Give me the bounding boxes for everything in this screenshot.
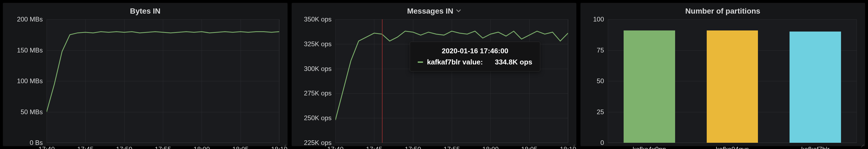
x-axis-tick: 17:40 [327,143,344,149]
x-axis-tick: kafka94qvs [716,143,749,149]
x-axis-tick: 17:55 [155,143,171,149]
y-axis-tick: 75 [597,46,608,54]
panel-partitions[interactable]: Number of partitions 0255075100kafka4x9p… [580,3,865,146]
line-series [335,19,568,143]
y-axis-tick: 275K ops [304,89,335,97]
y-axis-tick: 200 MBs [17,15,46,23]
grid-line [568,19,568,143]
x-axis-tick: 17:45 [366,143,382,149]
y-axis-tick: 350K ops [304,15,335,23]
x-axis-tick: 17:55 [443,143,460,149]
x-axis-tick: 18:00 [193,143,210,149]
panel-bytes-in[interactable]: Bytes IN 0 Bs50 MBs100 MBs150 MBs200 MBs… [3,3,288,146]
chart-area[interactable]: 2020-01-16 17:46:00 kafkaf7blr value: 33… [292,19,576,146]
panel-header[interactable]: Number of partitions [581,3,865,19]
y-axis-tick: 0 [600,139,608,147]
panel-title: Bytes IN [130,7,160,15]
x-axis-tick: 17:40 [38,143,55,149]
bar[interactable] [707,31,758,143]
chart-area[interactable]: 0 Bs50 MBs100 MBs150 MBs200 MBs17:4017:4… [3,19,287,146]
x-axis-tick: 18:00 [482,143,499,149]
bar[interactable] [624,31,675,143]
resize-handle-icon[interactable] [860,141,864,145]
y-axis-tick: 100 [593,15,608,23]
y-axis-tick: 250K ops [304,114,335,122]
chart-area[interactable]: 0255075100kafka4x9pnkafka94qvskafkaf7blr [581,19,865,146]
grid-line [608,19,857,20]
x-axis-tick: kafkaf7blr [801,143,830,149]
x-axis-tick: 17:45 [77,143,93,149]
resize-handle-icon[interactable] [571,141,575,145]
x-axis-tick: 17:50 [405,143,421,149]
panel-messages-in[interactable]: Messages IN 2020-01-16 17:46:00 kafkaf7b… [291,3,577,146]
y-axis-tick: 100 MBs [17,77,46,85]
resize-handle-icon[interactable] [282,141,286,145]
chevron-down-icon[interactable] [456,9,461,13]
x-axis-tick: 18:05 [232,143,249,149]
x-axis-tick: kafka4x9pn [632,143,666,149]
y-axis-tick: 50 [597,77,608,85]
y-axis-tick: 25 [597,108,608,116]
bar[interactable] [789,32,841,143]
grid-line [279,19,280,143]
y-axis-tick: 300K ops [304,65,335,73]
crosshair-line [382,19,382,143]
y-axis-tick: 150 MBs [17,46,46,54]
x-axis-tick: 17:50 [116,143,132,149]
line-series [46,19,279,143]
y-axis-tick: 50 MBs [21,108,46,116]
dashboard-row: Bytes IN 0 Bs50 MBs100 MBs150 MBs200 MBs… [0,0,868,149]
panel-title: Messages IN [407,7,453,15]
x-axis-tick: 18:05 [521,143,537,149]
panel-title: Number of partitions [685,7,760,15]
y-axis-tick: 325K ops [304,40,335,48]
